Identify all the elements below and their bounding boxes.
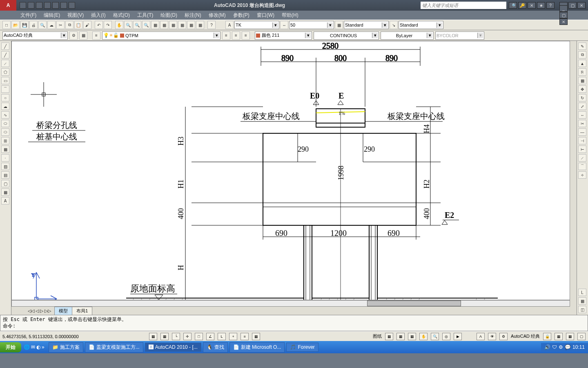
print-icon[interactable] [60, 2, 67, 9]
stretch-icon[interactable]: ↔ [578, 111, 586, 119]
chamfer-icon[interactable]: ⟋ [578, 154, 586, 162]
hscrollbar[interactable] [11, 300, 570, 307]
polar-toggle[interactable]: ✛ [183, 333, 192, 340]
showmotion-icon[interactable]: ▶ [454, 333, 462, 340]
menu-file[interactable]: 文件(F) [20, 12, 36, 19]
command-line[interactable]: 按 Esc 或 Enter 键退出，或单击右键显示快捷菜单。 命令: [0, 315, 588, 331]
extend-icon[interactable]: — [578, 128, 586, 136]
task-item-5[interactable]: 🎵Forever [286, 343, 318, 352]
explode-icon[interactable]: ✧ [578, 171, 586, 179]
pan-icon[interactable]: ✋ [115, 21, 123, 29]
mtext-icon[interactable]: A [1, 197, 9, 204]
copy-icon[interactable]: ⧉ [65, 21, 74, 29]
doc-restore-button[interactable]: ▢ [559, 12, 568, 18]
hw-icon[interactable]: ▦ [555, 333, 563, 340]
vscrollbar[interactable] [570, 41, 577, 315]
help-icon[interactable]: ? [546, 2, 555, 9]
help-search[interactable] [421, 2, 506, 9]
layer-make-icon[interactable]: ≡ [222, 31, 230, 40]
dimstyle-select[interactable]: 50▾ [289, 21, 334, 29]
menu-dim[interactable]: 标注(N) [185, 12, 201, 19]
signin-icon[interactable]: 🔑 [518, 2, 526, 9]
search-input[interactable] [421, 3, 506, 8]
save-icon[interactable]: 💾 [20, 21, 29, 29]
doc-close-button[interactable]: ✕ [559, 18, 568, 25]
zoom-win-icon[interactable]: 🔍 [133, 21, 141, 29]
drawing-canvas[interactable]: Y X 桥梁分孔线 桩基中心线 原地面标高 [11, 41, 570, 300]
dcenter-icon[interactable]: ▦ [160, 21, 168, 29]
redo-icon[interactable]: ↷ [104, 21, 112, 29]
scale-icon[interactable]: ⤢ [578, 103, 586, 110]
menu-view[interactable]: 视图(V) [67, 12, 84, 19]
qat-dropdown-icon[interactable] [69, 2, 75, 9]
layer-state-icon[interactable]: ≡ [242, 31, 250, 40]
lwt-toggle[interactable]: ≡ [241, 333, 249, 340]
qv-layout-icon[interactable]: ▦ [396, 333, 405, 340]
clock[interactable]: 10:11 [572, 344, 585, 350]
ws-toolbar-icon[interactable]: ▦ [79, 31, 87, 40]
array-icon[interactable]: ▦ [578, 77, 586, 84]
toolpal-icon[interactable]: ▦ [169, 21, 177, 29]
3d-icon[interactable]: ◫ [578, 306, 586, 313]
tablestyle-icon[interactable]: ▦ [335, 21, 343, 29]
close-button[interactable]: ✕ [577, 2, 586, 9]
dimstyle-icon[interactable]: ↔ [280, 21, 288, 29]
start-button[interactable]: 开始 [0, 342, 21, 352]
zoom-prev-icon[interactable]: 🔍 [142, 21, 150, 29]
table-icon[interactable]: ▦ [1, 188, 9, 196]
menu-tools[interactable]: 工具(T) [137, 12, 153, 19]
circle-icon[interactable]: ○ [1, 94, 9, 101]
menu-edit[interactable]: 编辑(E) [44, 12, 60, 19]
ws-label[interactable]: AutoCAD 经典 [511, 333, 540, 339]
task-item-1[interactable]: 📄盖梁支模架施工方... [85, 342, 143, 352]
hatch-icon[interactable]: ▨ [1, 163, 9, 170]
exchange-icon[interactable]: ✕ [528, 2, 536, 9]
fillet-icon[interactable]: ⌒ [578, 163, 586, 170]
menu-help[interactable]: 帮助(H) [282, 12, 298, 19]
ortho-toggle[interactable]: └ [172, 333, 180, 340]
ellipsearc-icon[interactable]: ⬭ [1, 128, 9, 136]
revcloud-icon[interactable]: ☁ [1, 103, 9, 110]
ql-ie-icon[interactable]: 🌐 [24, 344, 30, 350]
ducs-toggle[interactable]: L [218, 333, 226, 340]
zoom2-icon[interactable]: 🔍 [431, 333, 439, 340]
grid-toggle[interactable]: ▦ [160, 333, 169, 340]
workspace-select[interactable]: AutoCAD 经典▾ [2, 31, 68, 40]
menu-window[interactable]: 窗口(W) [257, 12, 274, 19]
pline-icon[interactable]: ⟋ [1, 60, 9, 67]
paste-icon[interactable]: 📋 [74, 21, 82, 29]
qv-dwg-icon[interactable]: ▦ [408, 333, 416, 340]
menu-param[interactable]: 参数(P) [233, 12, 249, 19]
tray-icon[interactable]: 🔊 [544, 344, 550, 350]
osnap-toggle[interactable]: □ [195, 333, 203, 340]
task-item-0[interactable]: 📁施工方案 [49, 342, 83, 352]
move-icon[interactable]: ✥ [578, 85, 586, 93]
open-icon[interactable]: 📂 [11, 21, 20, 29]
style-select[interactable]: Standard▾ [344, 21, 389, 29]
system-tray[interactable]: 🔊 🛡 ⚙ 💬 10:11 [541, 343, 588, 351]
zoom-rt-icon[interactable]: 🔍 [124, 21, 132, 29]
undo-icon[interactable] [44, 2, 51, 9]
lineweight-select[interactable]: ByLayer▾ [381, 31, 434, 40]
mleaderstyle-icon[interactable]: ↘ [390, 21, 398, 29]
menu-draw[interactable]: 绘图(D) [160, 12, 177, 19]
color-select[interactable]: 颜色 211▾ [255, 31, 312, 40]
open-icon[interactable] [28, 2, 34, 9]
pan2-icon[interactable]: ✋ [419, 333, 428, 340]
lock-icon[interactable]: 🔒 [543, 333, 551, 340]
ws-gear-icon[interactable]: ⚙ [499, 333, 508, 340]
paper-label[interactable]: 图纸 [373, 333, 382, 339]
preview-icon[interactable]: 🔍 [38, 21, 47, 29]
block-icon[interactable]: ▦ [1, 146, 9, 153]
favorite-icon[interactable]: ★ [537, 2, 545, 9]
undo-icon[interactable]: ↶ [95, 21, 103, 29]
view-icon[interactable]: ▦ [578, 297, 586, 305]
snap-toggle[interactable]: ▦ [149, 333, 157, 340]
rotate-icon[interactable]: ↻ [578, 94, 586, 101]
menu-modify[interactable]: 修改(M) [209, 12, 226, 19]
model-toggle[interactable]: ▦ [385, 333, 393, 340]
properties-icon[interactable]: ▦ [151, 21, 159, 29]
dyn-toggle[interactable]: + [229, 333, 237, 340]
tray-icon[interactable]: 💬 [565, 344, 571, 350]
textstyle-select[interactable]: TK▾ [234, 21, 279, 29]
